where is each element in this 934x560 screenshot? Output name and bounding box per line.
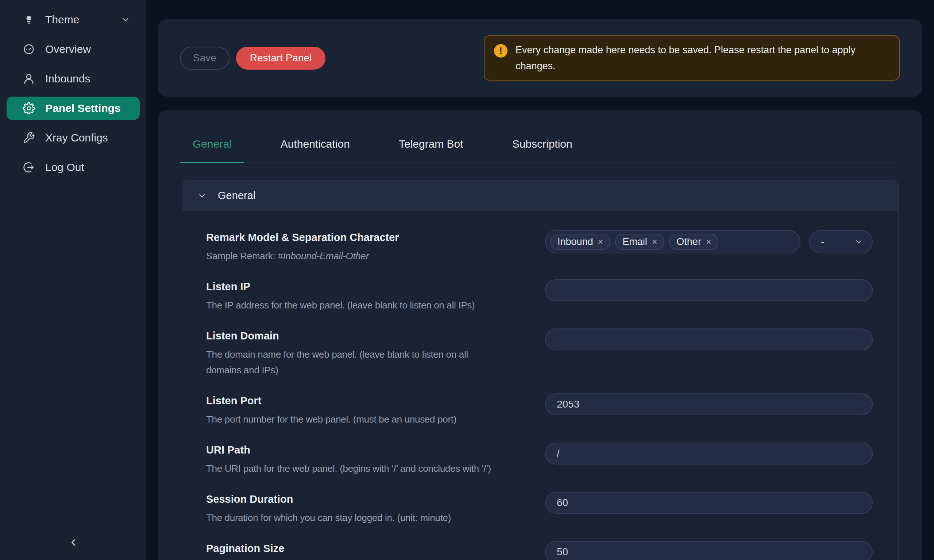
save-button[interactable]: Save — [180, 47, 230, 70]
sidebar-item-label: Xray Configs — [45, 132, 108, 144]
field-description: The URI path for the web panel. (begins … — [206, 461, 538, 477]
field-description: The duration for which you can stay logg… — [206, 510, 538, 526]
wrench-icon — [23, 132, 35, 144]
form-row-listen-domain: Listen Domain The domain name for the we… — [206, 328, 873, 378]
field-label: Session Duration — [206, 492, 538, 506]
alert-message: Every change made here needs to be saved… — [516, 42, 855, 74]
exclamation-circle-icon: ! — [494, 44, 507, 58]
tab-subscription[interactable]: Subscription — [500, 138, 585, 163]
tag-other: Other× — [669, 234, 718, 250]
field-label: URI Path — [206, 443, 538, 457]
tag-inbound: Inbound× — [550, 234, 610, 250]
section-title: General — [218, 189, 255, 202]
restart-panel-button[interactable]: Restart Panel — [236, 47, 326, 70]
settings-card: General Authentication Telegram Bot Subs… — [158, 110, 922, 560]
form-row-listen-port: Listen Port The port number for the web … — [206, 393, 873, 427]
lightbulb-icon — [23, 14, 35, 26]
listen-port-input[interactable] — [545, 393, 873, 415]
sidebar-item-inbounds[interactable]: Inbounds — [6, 67, 140, 91]
sidebar-collapse-button[interactable] — [65, 536, 82, 551]
select-value: - — [821, 236, 824, 248]
remove-tag-icon[interactable]: × — [652, 237, 657, 246]
field-label: Remark Model & Separation Character — [206, 230, 538, 245]
tag-label: Email — [623, 236, 647, 248]
tab-general[interactable]: General — [180, 138, 244, 163]
logout-icon — [23, 161, 35, 174]
session-duration-input[interactable] — [545, 492, 873, 514]
tab-authentication[interactable]: Authentication — [268, 138, 362, 163]
form-row-session-duration: Session Duration The duration for which … — [206, 492, 873, 526]
sidebar-item-xray-configs[interactable]: Xray Configs — [6, 126, 140, 149]
sidebar-item-label: Inbounds — [45, 72, 90, 85]
gear-icon — [23, 102, 35, 114]
form-row-uri-path: URI Path The URI path for the web panel.… — [206, 443, 873, 477]
general-form: Remark Model & Separation Character Samp… — [182, 211, 898, 560]
general-collapse-header[interactable]: General — [182, 180, 898, 211]
field-description: Sample Remark: #Inbound-Email-Other — [206, 248, 538, 264]
sidebar-item-label: Overview — [45, 43, 91, 55]
tag-label: Inbound — [558, 236, 593, 248]
field-description: The port number for the web panel. (must… — [206, 412, 538, 427]
separation-character-select[interactable]: - — [809, 230, 873, 253]
sidebar-item-label: Panel Settings — [45, 102, 121, 114]
chevron-down-icon — [121, 15, 130, 25]
pagination-size-input[interactable] — [545, 541, 873, 560]
chevron-left-icon — [68, 537, 79, 549]
user-icon — [23, 72, 35, 85]
chevron-down-icon — [197, 191, 207, 200]
sidebar: Theme Overview Inbounds — [0, 0, 146, 560]
uri-path-input[interactable] — [545, 443, 873, 465]
remark-model-tags-input[interactable]: Inbound× Email× Other× — [545, 230, 800, 253]
field-label: Listen Domain — [206, 328, 538, 343]
form-row-pagination-size: Pagination Size — [206, 541, 873, 560]
sidebar-item-label: Log Out — [45, 161, 84, 174]
form-row-listen-ip: Listen IP The IP address for the web pan… — [206, 279, 873, 313]
gauge-icon — [23, 43, 35, 55]
field-label: Pagination Size — [206, 541, 538, 555]
tag-label: Other — [677, 236, 701, 248]
listen-ip-input[interactable] — [545, 279, 873, 301]
sidebar-item-overview[interactable]: Overview — [6, 38, 140, 61]
restart-warning-alert: ! Every change made here needs to be sav… — [484, 35, 900, 81]
settings-tabs: General Authentication Telegram Bot Subs… — [180, 138, 900, 163]
sample-remark-prefix: Sample Remark: — [206, 251, 277, 262]
toolbar-card: Save Restart Panel ! Every change made h… — [158, 19, 922, 97]
tag-email: Email× — [615, 234, 664, 250]
field-description: The domain name for the web panel. (leav… — [206, 347, 538, 378]
tab-telegram-bot[interactable]: Telegram Bot — [386, 138, 476, 163]
field-label: Listen IP — [206, 279, 538, 294]
field-label: Listen Port — [206, 393, 538, 408]
general-collapse-panel: General Remark Model & Separation Charac… — [182, 180, 899, 560]
sidebar-item-label: Theme — [45, 14, 79, 26]
remove-tag-icon[interactable]: × — [598, 237, 603, 246]
chevron-down-icon — [854, 237, 863, 246]
form-row-remark-model: Remark Model & Separation Character Samp… — [206, 230, 873, 264]
remove-tag-icon[interactable]: × — [706, 237, 711, 246]
sample-remark-value: #Inbound-Email-Other — [277, 251, 369, 262]
field-description: The IP address for the web panel. (leave… — [206, 297, 538, 313]
sidebar-item-panel-settings[interactable]: Panel Settings — [6, 97, 140, 120]
sidebar-item-theme[interactable]: Theme — [6, 8, 140, 31]
listen-domain-input[interactable] — [545, 328, 873, 350]
sidebar-item-log-out[interactable]: Log Out — [6, 156, 140, 179]
